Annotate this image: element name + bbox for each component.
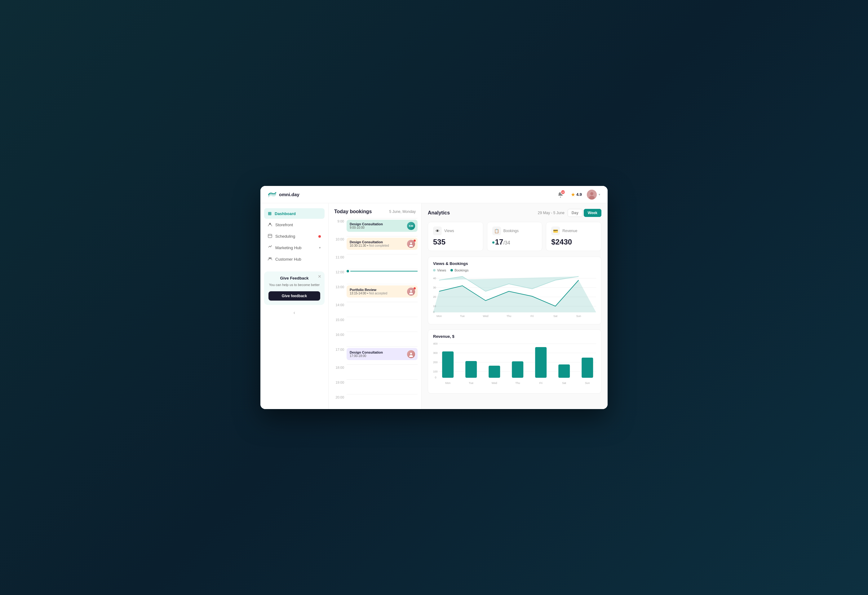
timeline-row: 12:00 [332,269,418,284]
sidebar-item-marketing[interactable]: Marketing Hub ▾ [264,242,325,253]
svg-rect-47 [582,358,593,378]
timeline-slot [347,379,418,394]
timeline-row: 9:00 Design Consultation 9:00-10:00 KM [332,218,418,236]
sidebar-item-storefront[interactable]: Storefront [264,219,325,230]
booking-time: 13:15-14:00 • Not accepted [350,292,415,295]
svg-point-2 [590,192,593,195]
booking-card[interactable]: Design Consultation 17:00-18:00 [347,348,418,360]
close-button[interactable]: ✕ [318,274,322,279]
svg-rect-42 [465,361,477,378]
timeline-row: 11:00 [332,254,418,269]
bookings-label: Bookings [503,229,519,233]
svg-point-3 [589,196,595,200]
svg-text:Fri: Fri [539,381,542,384]
timeline-row: 17:00 Design Consultation 17:00-18:00 [332,346,418,364]
sidebar-item-scheduling[interactable]: Scheduling [264,231,325,242]
rating-display: ★ 4.9 [571,192,582,197]
svg-text:Mon: Mon [445,381,450,384]
app-window: omni.day 12 ★ 4.9 [260,186,608,409]
timeline-slot [347,269,418,274]
sidebar: ⊞ Dashboard Storefront Scheduling [260,203,329,409]
time-label: 17:00 [332,346,344,364]
feedback-card: ✕ Give Feedback You can help us to becom… [264,271,325,305]
timeline: 9:00 Design Consultation 9:00-10:00 KM 1… [329,218,421,409]
svg-point-0 [560,196,561,197]
legend-label: Bookings [455,268,468,272]
svg-text:300: 300 [433,351,438,355]
svg-point-12 [410,353,412,355]
svg-text:40: 40 [433,277,436,280]
timeline-slot: Design Consultation 9:00-10:00 KM [347,218,418,236]
feedback-description: You can help us to become better [269,282,320,287]
give-feedback-button[interactable]: Give feedback [269,291,320,300]
calendar-icon [268,234,272,239]
time-label: 20:00 [332,394,344,404]
booking-title: Design Consultation [350,351,415,354]
bar-chart-title: Revenue, $ [433,334,596,339]
marketing-icon [268,245,272,250]
sidebar-item-customer[interactable]: Customer Hub [264,254,325,265]
chevron-down-icon: ▾ [319,246,321,250]
timeline-row: 18:00 [332,364,418,379]
bookings-icon: 📋 [492,227,501,235]
booking-card[interactable]: Design Consultation 10:30-11:30 • Not co… [347,238,418,250]
bookings-dot [492,242,495,244]
views-value: 535 [433,238,478,246]
booking-avatar [407,287,415,296]
header-right: 12 ★ 4.9 ▾ [555,189,600,200]
store-icon [268,222,272,227]
svg-rect-5 [268,234,272,238]
svg-text:30: 30 [433,286,436,289]
week-toggle-button[interactable]: Week [584,209,601,217]
bar-chart-section: Revenue, $ 400 300 200 100 0 [428,330,601,393]
main-content: Today bookings 5 June, Monday 9:00 Desig… [329,203,608,409]
booking-status: Not accepted [369,292,387,295]
view-toggle: Day Week [568,209,601,217]
booking-avatar [407,350,415,358]
revenue-value: $2430 [551,238,596,246]
timeline-slot: Design Consultation 10:30-11:30 • Not co… [347,236,418,254]
sidebar-item-label: Customer Hub [275,257,301,262]
legend-dot [450,269,453,271]
svg-rect-46 [558,364,570,378]
notifications-button[interactable]: 12 [555,189,566,200]
sidebar-item-dashboard[interactable]: ⊞ Dashboard [264,208,325,219]
time-label: 10:00 [332,236,344,254]
svg-point-10 [410,290,412,292]
timeline-row: 14:00 [332,302,418,317]
booking-time: 17:00-18:00 [350,354,415,358]
svg-text:Wed: Wed [492,381,497,384]
analytics-panel: Analytics 29 May - 5 June Day Week 👁 [422,203,608,409]
sidebar-collapse-button[interactable]: ‹ [264,310,325,315]
timeline-row: 15:00 [332,317,418,331]
day-toggle-button[interactable]: Day [568,209,583,217]
booking-title: Portfolio Review [350,288,415,292]
time-label: 13:00 [332,284,344,302]
svg-text:Fri: Fri [530,315,533,318]
chart-legend: Views Bookings [433,268,596,272]
line-chart-svg: 40 30 20 10 0 Mon Tue Wed [433,275,596,318]
time-label: 16:00 [332,331,344,346]
content-area: ⊞ Dashboard Storefront Scheduling [260,203,608,409]
svg-point-13 [409,355,413,357]
booking-title: Design Consultation [350,222,415,226]
bar-chart-svg: 400 300 200 100 0 [433,341,596,388]
booking-card[interactable]: Portfolio Review 13:15-14:00 • Not accep… [347,286,418,298]
svg-point-9 [409,245,413,247]
logo: omni.day [268,191,300,198]
bookings-date: 5 June, Monday [389,209,416,214]
analytics-controls: 29 May - 5 June Day Week [538,209,601,217]
time-label: 11:00 [332,254,344,269]
timeline-slot [347,394,418,404]
current-time-line [350,271,418,271]
user-avatar-button[interactable]: ▾ [587,190,600,200]
header: omni.day 12 ★ 4.9 [260,186,608,203]
svg-point-8 [410,242,412,244]
svg-text:100: 100 [433,370,438,373]
booking-avatar: KM [407,222,415,230]
svg-point-6 [269,258,270,259]
svg-text:20: 20 [433,295,436,298]
timeline-slot [347,254,418,269]
booking-card[interactable]: Design Consultation 9:00-10:00 KM [347,220,418,232]
svg-point-7 [270,258,272,259]
